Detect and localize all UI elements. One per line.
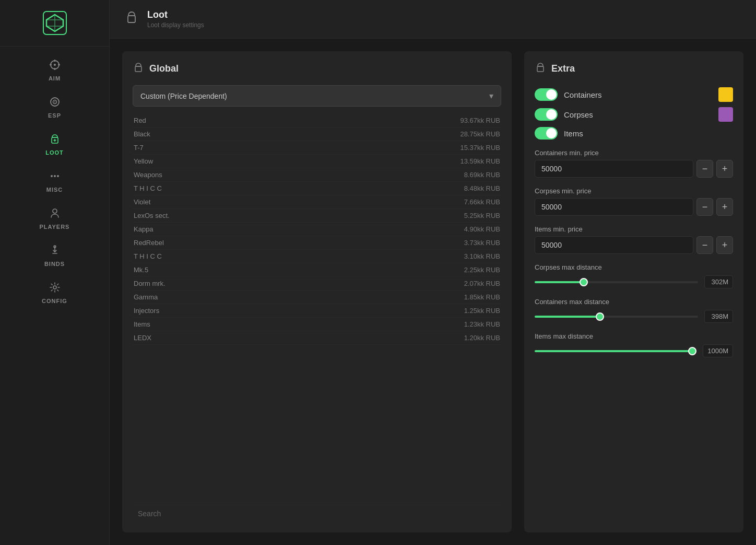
items-min-price-label: Items min. price bbox=[535, 225, 733, 233]
chevron-down-icon: ▾ bbox=[489, 91, 493, 101]
list-item[interactable]: T H I C C 8.48kk RUB bbox=[133, 182, 501, 195]
items-min-price-decrement[interactable]: − bbox=[696, 236, 713, 254]
list-item[interactable]: Gamma 1.85kk RUB bbox=[133, 291, 501, 304]
list-item[interactable]: LEDX 1.20kk RUB bbox=[133, 331, 501, 345]
list-item[interactable]: Items 1.23kk RUB bbox=[133, 318, 501, 331]
sidebar-item-misc[interactable]: MISC bbox=[0, 163, 109, 200]
toggles-section: Containers Corpses Items bbox=[535, 87, 733, 140]
loot-item-price: 28.75kk RUB bbox=[460, 130, 500, 138]
corpses-min-price-input[interactable] bbox=[535, 198, 693, 216]
search-input[interactable]: Search bbox=[133, 505, 501, 522]
containers-toggle[interactable] bbox=[535, 88, 558, 101]
sidebar-item-loot[interactable]: LOOT bbox=[0, 126, 109, 163]
list-item[interactable]: T-7 15.37kk RUB bbox=[133, 141, 501, 155]
global-panel: Global Custom (Price Dependent) ▾ Red 93… bbox=[122, 51, 512, 532]
corpses-min-price-decrement[interactable]: − bbox=[696, 198, 713, 216]
svg-point-15 bbox=[57, 175, 59, 177]
loot-item-price: 1.23kk RUB bbox=[464, 320, 500, 328]
list-item[interactable]: T H I C C 3.10kk RUB bbox=[133, 250, 501, 263]
extra-icon bbox=[535, 62, 546, 76]
corpses-max-distance-thumb[interactable] bbox=[580, 278, 588, 286]
items-max-distance-thumb[interactable] bbox=[688, 347, 696, 355]
sidebar-item-aim[interactable]: AIM bbox=[0, 52, 109, 89]
corpses-color-swatch[interactable] bbox=[718, 107, 733, 122]
svg-rect-19 bbox=[128, 16, 135, 22]
loot-icon bbox=[49, 133, 61, 146]
list-item[interactable]: RedRebel 3.73kk RUB bbox=[133, 236, 501, 250]
loot-item-name: Violet bbox=[134, 198, 150, 206]
loot-item-name: LexOs sect. bbox=[134, 212, 170, 219]
list-item[interactable]: Violet 7.66kk RUB bbox=[133, 195, 501, 209]
corpses-min-price-increment[interactable]: + bbox=[716, 198, 733, 216]
loot-item-price: 1.85kk RUB bbox=[464, 293, 500, 301]
svg-point-16 bbox=[53, 209, 57, 213]
containers-max-distance-track[interactable] bbox=[535, 316, 698, 318]
items-max-distance-label: Items max distance bbox=[535, 332, 733, 340]
sidebar-item-esp[interactable]: ESP bbox=[0, 89, 109, 126]
list-item[interactable]: Kappa 4.90kk RUB bbox=[133, 223, 501, 236]
containers-color-swatch[interactable] bbox=[718, 87, 733, 102]
items-toggle[interactable] bbox=[535, 127, 558, 140]
list-item[interactable]: Mk.5 2.25kk RUB bbox=[133, 263, 501, 277]
loot-preset-dropdown[interactable]: Custom (Price Dependent) ▾ bbox=[133, 85, 501, 107]
players-icon bbox=[49, 207, 61, 221]
loot-item-price: 1.20kk RUB bbox=[464, 334, 500, 342]
loot-item-price: 8.48kk RUB bbox=[464, 184, 500, 192]
list-item[interactable]: Dorm mrk. 2.07kk RUB bbox=[133, 277, 501, 291]
loot-item-name: T-7 bbox=[134, 144, 144, 152]
containers-max-distance-label: Containers max distance bbox=[535, 298, 733, 306]
items-min-price-increment[interactable]: + bbox=[716, 236, 733, 254]
loot-item-price: 2.07kk RUB bbox=[464, 280, 500, 287]
loot-item-price: 4.90kk RUB bbox=[464, 225, 500, 233]
loot-item-price: 2.25kk RUB bbox=[464, 266, 500, 274]
items-toggle-row: Items bbox=[535, 127, 733, 140]
items-max-distance-row: 1000M bbox=[535, 344, 733, 357]
containers-max-distance-row: 398M bbox=[535, 310, 733, 323]
config-icon bbox=[49, 282, 61, 295]
corpses-max-distance-track[interactable] bbox=[535, 281, 698, 283]
misc-icon bbox=[49, 170, 61, 183]
content-area: Global Custom (Price Dependent) ▾ Red 93… bbox=[110, 39, 756, 545]
items-min-price-section: Items min. price − + bbox=[535, 225, 733, 254]
loot-item-name: T H I C C bbox=[134, 184, 162, 192]
loot-item-price: 8.69kk RUB bbox=[464, 171, 500, 179]
items-max-distance-fill bbox=[535, 350, 696, 352]
extra-panel: Extra Containers Corpses bbox=[524, 51, 743, 532]
loot-item-name: Yellow bbox=[134, 157, 153, 165]
loot-item-price: 5.25kk RUB bbox=[464, 212, 500, 219]
sidebar-item-misc-label: MISC bbox=[46, 187, 63, 193]
loot-item-price: 15.37kk RUB bbox=[460, 144, 500, 152]
containers-min-price-row: − + bbox=[535, 160, 733, 178]
containers-max-distance-fill bbox=[535, 316, 600, 318]
main-content: Loot Loot display settings Global Custom… bbox=[110, 0, 756, 545]
loot-item-name: Weapons bbox=[134, 171, 162, 179]
containers-max-distance-thumb[interactable] bbox=[596, 312, 604, 321]
sidebar-item-config[interactable]: CONFIG bbox=[0, 274, 109, 311]
esp-icon bbox=[49, 96, 61, 109]
loot-item-name: Items bbox=[134, 320, 150, 328]
header-icon bbox=[124, 10, 139, 28]
list-item[interactable]: Black 28.75kk RUB bbox=[133, 127, 501, 141]
containers-min-price-input[interactable] bbox=[535, 160, 693, 178]
sidebar-item-players[interactable]: PLAYERS bbox=[0, 200, 109, 237]
items-min-price-input[interactable] bbox=[535, 236, 693, 254]
sidebar-item-config-label: CONFIG bbox=[42, 298, 67, 304]
list-item[interactable]: Red 93.67kk RUB bbox=[133, 114, 501, 127]
loot-item-name: RedRebel bbox=[134, 239, 164, 247]
loot-item-name: T H I C C bbox=[134, 252, 162, 260]
list-item[interactable]: Injectors 1.25kk RUB bbox=[133, 304, 501, 318]
corpses-toggle[interactable] bbox=[535, 108, 558, 121]
list-item[interactable]: Yellow 13.59kk RUB bbox=[133, 155, 501, 168]
corpses-min-price-row: − + bbox=[535, 198, 733, 216]
list-item[interactable]: Weapons 8.69kk RUB bbox=[133, 168, 501, 182]
containers-min-price-increment[interactable]: + bbox=[716, 160, 733, 178]
loot-item-price: 93.67kk RUB bbox=[460, 117, 500, 124]
loot-items-list: Red 93.67kk RUB Black 28.75kk RUB T-7 15… bbox=[133, 114, 501, 497]
list-item[interactable]: LexOs sect. 5.25kk RUB bbox=[133, 209, 501, 223]
containers-min-price-decrement[interactable]: − bbox=[696, 160, 713, 178]
sidebar-item-binds[interactable]: BINDS bbox=[0, 237, 109, 274]
items-max-distance-track[interactable] bbox=[535, 350, 696, 352]
containers-max-distance-section: Containers max distance 398M bbox=[535, 298, 733, 323]
sidebar-item-binds-label: BINDS bbox=[44, 261, 65, 267]
sidebar-item-aim-label: AIM bbox=[49, 75, 61, 82]
